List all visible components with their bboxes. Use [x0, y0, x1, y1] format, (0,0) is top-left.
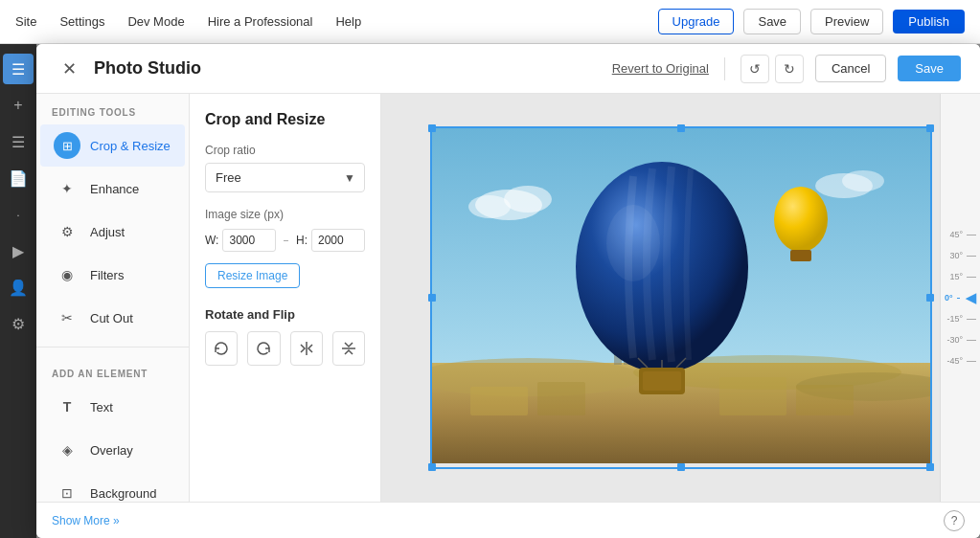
svg-point-22 [504, 186, 552, 213]
dev-mode-link[interactable]: Dev Mode [127, 14, 184, 29]
sidebar-icon-add[interactable]: + [3, 90, 34, 121]
redo-button[interactable]: ↻ [775, 55, 804, 83]
tool-filters[interactable]: ◉ Filters [40, 254, 185, 296]
crop-ratio-select[interactable]: Free 1:1 4:3 16:9 3:2 Custom [205, 163, 365, 192]
tool-cutout-label: Cut Out [90, 311, 133, 325]
undo-button[interactable]: ↺ [741, 55, 769, 83]
svg-rect-8 [796, 385, 854, 415]
ruler-mark-15: 15° [941, 266, 980, 287]
top-bar-actions: Upgrade Save Preview Publish [658, 9, 965, 34]
ruler-mark-0[interactable]: 0° ◀ [941, 287, 980, 308]
hire-professional-link[interactable]: Hire a Professional [208, 14, 313, 29]
sidebar-icon-apps[interactable]: ⸱ [3, 199, 34, 230]
text-icon: T [54, 393, 80, 420]
sidebar-icon-media[interactable]: ▶ [3, 235, 34, 266]
svg-point-25 [842, 170, 884, 191]
tool-overlay[interactable]: ◈ Overlay [40, 429, 185, 471]
tool-background[interactable]: ⊡ Background [40, 472, 185, 502]
modal-body: EDITING TOOLS ⊞ Crop & Resize ✦ Enhance … [36, 94, 980, 502]
tool-adjust[interactable]: ⚙ Adjust [40, 211, 185, 253]
tools-divider [36, 347, 189, 347]
handle-bl[interactable] [428, 463, 436, 471]
svg-rect-7 [719, 377, 786, 415]
tool-cutout[interactable]: ✂ Cut Out [40, 297, 185, 339]
handle-br[interactable] [926, 463, 934, 471]
ruler-mark-n15: -15° [941, 308, 980, 329]
filters-icon: ◉ [54, 261, 80, 288]
tick-n30 [967, 340, 976, 341]
tools-panel: EDITING TOOLS ⊞ Crop & Resize ✦ Enhance … [36, 94, 190, 502]
tick-30 [967, 256, 976, 257]
sidebar-icon-settings-gear[interactable]: ⚙ [3, 308, 34, 339]
publish-button[interactable]: Publish [893, 10, 965, 34]
rotation-ruler: 45° 30° 15° 0° ◀ [940, 94, 980, 502]
ruler-arrow-icon: ◀ [966, 290, 976, 305]
tool-crop-label: Crop & Resize [90, 139, 171, 153]
sidebar-icon-menus[interactable]: ☰ [3, 126, 34, 157]
sidebar-icon-blog[interactable]: 📄 [3, 163, 34, 193]
svg-rect-6 [537, 382, 585, 415]
svg-rect-15 [643, 371, 681, 391]
tool-crop-resize[interactable]: ⊞ Crop & Resize [40, 124, 185, 167]
tool-overlay-label: Overlay [90, 443, 133, 458]
handle-mr[interactable] [926, 294, 934, 302]
image-size-label: Image size (px) [205, 208, 365, 221]
width-input[interactable] [222, 229, 276, 252]
cancel-button[interactable]: Cancel [815, 55, 886, 82]
top-bar-nav: Site Settings Dev Mode Hire a Profession… [15, 14, 361, 29]
site-link[interactable]: Site [15, 14, 36, 29]
cutout-icon: ✂ [54, 304, 80, 331]
save-modal-button[interactable]: Save [898, 56, 961, 81]
rotate-left-button[interactable] [205, 331, 238, 366]
crop-resize-icon: ⊞ [54, 132, 80, 159]
handle-ml[interactable] [428, 294, 436, 302]
width-label: W: [205, 234, 218, 247]
handle-tc[interactable] [677, 124, 685, 132]
svg-point-13 [606, 205, 660, 281]
rotate-right-button[interactable] [247, 331, 280, 366]
svg-point-12 [576, 162, 748, 372]
handle-tr[interactable] [926, 124, 934, 132]
tool-text-label: Text [90, 400, 113, 415]
modal-header: ✕ Photo Studio Revert to Original ↺ ↻ Ca… [36, 44, 980, 94]
handle-bc[interactable] [677, 463, 685, 471]
modal-close-button[interactable]: ✕ [56, 56, 82, 82]
resize-image-button[interactable]: Resize Image [205, 263, 300, 288]
revert-to-original-link[interactable]: Revert to Original [612, 61, 709, 76]
tick-n15 [967, 319, 976, 320]
modal-overlay: ✕ Photo Studio Revert to Original ↺ ↻ Ca… [36, 44, 980, 538]
editing-tools-label: EDITING TOOLS [36, 94, 189, 123]
tool-enhance[interactable]: ✦ Enhance [40, 168, 185, 210]
rotate-controls [205, 331, 365, 366]
preview-button[interactable]: Preview [810, 9, 883, 34]
upgrade-button[interactable]: Upgrade [658, 9, 735, 34]
help-icon[interactable]: ? [944, 510, 965, 531]
height-input[interactable] [311, 229, 365, 252]
undo-redo-group: ↺ ↻ [741, 55, 804, 83]
settings-link[interactable]: Settings [59, 14, 104, 29]
tick-0 [957, 298, 960, 299]
add-element-label: ADD AN ELEMENT [36, 355, 189, 385]
background-icon: ⊡ [54, 480, 80, 502]
crop-ratio-label: Crop ratio [205, 144, 365, 157]
modal-header-left: ✕ Photo Studio [56, 56, 201, 82]
tool-text[interactable]: T Text [40, 386, 185, 428]
flip-horizontal-button[interactable] [290, 331, 323, 366]
balloon-image [432, 128, 930, 463]
canvas-area: 45° 30° 15° 0° ◀ [381, 94, 980, 502]
ruler-mark-45: 45° [941, 224, 980, 245]
save-top-button[interactable]: Save [743, 9, 801, 34]
photo-studio-modal: ✕ Photo Studio Revert to Original ↺ ↻ Ca… [36, 44, 980, 538]
sidebar-icon-pages[interactable]: ☰ [3, 54, 34, 84]
handle-tl[interactable] [428, 124, 436, 132]
help-link[interactable]: Help [335, 14, 361, 29]
flip-vertical-button[interactable] [332, 331, 365, 366]
enhance-icon: ✦ [54, 175, 80, 202]
tick-45 [967, 235, 976, 235]
svg-point-23 [468, 195, 511, 218]
height-label: H: [296, 234, 308, 247]
photo-frame [430, 126, 932, 469]
show-more-link[interactable]: Show More » [52, 514, 120, 527]
sidebar-icon-contacts[interactable]: 👤 [3, 272, 34, 303]
width-field: W: [205, 229, 276, 252]
